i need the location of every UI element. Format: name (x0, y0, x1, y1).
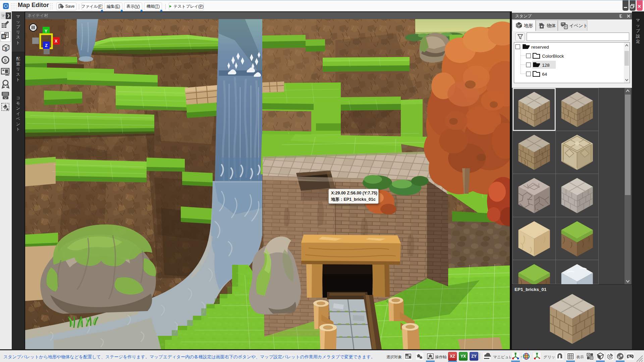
svg-text:64: 64 (542, 72, 547, 77)
svg-text:R: R (2, 35, 5, 39)
svg-text:reserved: reserved (531, 45, 549, 50)
svg-text:S: S (4, 58, 7, 63)
svg-text:Y: Y (45, 28, 48, 34)
svg-text:D: D (5, 47, 7, 51)
svg-text:Z: Z (45, 43, 48, 48)
svg-text:ColorBlock: ColorBlock (542, 54, 564, 59)
svg-text:X: X (55, 39, 58, 44)
svg-text:128: 128 (542, 63, 550, 68)
